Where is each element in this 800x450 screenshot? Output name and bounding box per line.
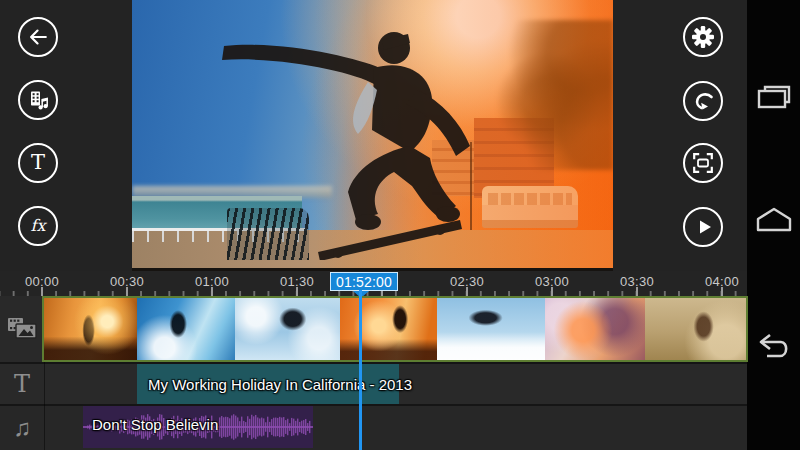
- video-thumbnail-bmx-jump: [235, 298, 340, 360]
- play-icon: [692, 216, 714, 238]
- ruler-label: 01:00: [195, 274, 229, 289]
- timeline-ruler[interactable]: 00:0000:3001:0001:3002:3003:0003:3004:00…: [0, 271, 747, 296]
- fit-screen-button[interactable]: [683, 143, 723, 183]
- nav-back-button[interactable]: [747, 326, 800, 370]
- fx-icon: fx: [31, 218, 46, 234]
- film-photo-icon: [7, 316, 37, 343]
- text-track-icon: T: [14, 370, 30, 398]
- home-icon: [754, 205, 794, 236]
- app-window: T fx: [0, 0, 800, 450]
- text-tool-icon: T: [31, 152, 45, 173]
- video-preview[interactable]: [132, 0, 613, 271]
- android-navigation-bar: [747, 0, 800, 450]
- audio-clip[interactable]: Don't Stop Believin: [83, 406, 313, 448]
- ruler-label: 04:00: [705, 274, 739, 289]
- recent-apps-button[interactable]: [747, 76, 800, 120]
- audio-track-header[interactable]: ♫: [0, 406, 44, 450]
- ruler-label: 03:30: [620, 274, 654, 289]
- ruler-label: 02:30: [450, 274, 484, 289]
- video-thumbnail-surfing-wave: [137, 298, 235, 360]
- video-thumbnail-girl-bicycle: [645, 298, 746, 360]
- title-track-header[interactable]: T: [0, 364, 44, 404]
- video-thumbnail-bokeh-blur: [545, 298, 645, 360]
- video-track-header[interactable]: [0, 296, 44, 362]
- ruler-label: 00:00: [25, 274, 59, 289]
- home-button[interactable]: [747, 198, 800, 242]
- video-thumbnail-sunset-fishing: [44, 298, 137, 360]
- undo-button[interactable]: [683, 81, 723, 121]
- playhead-line[interactable]: [359, 290, 362, 450]
- back-return-icon: [755, 332, 793, 365]
- audio-clip-label: Don't Stop Believin: [92, 416, 218, 433]
- music-note-icon: ♫: [13, 414, 31, 442]
- playhead-time-badge[interactable]: 01:52:00: [330, 272, 398, 291]
- text-tool-button[interactable]: T: [18, 143, 58, 183]
- ruler-label: 00:30: [110, 274, 144, 289]
- gear-icon: [691, 25, 715, 49]
- effects-button[interactable]: fx: [18, 206, 58, 246]
- skateboarder-silhouette: [222, 10, 522, 260]
- recent-apps-icon: [755, 82, 793, 115]
- arrow-left-icon: [27, 26, 49, 48]
- play-button[interactable]: [683, 207, 723, 247]
- settings-button[interactable]: [683, 17, 723, 57]
- ruler-label: 01:30: [280, 274, 314, 289]
- fit-screen-icon: [691, 151, 715, 175]
- video-thumbnail-skydiving: [437, 298, 545, 360]
- video-thumbnail-skateboard-sunset: [340, 298, 437, 360]
- undo-arrow-icon: [691, 89, 715, 113]
- timeline-panel: 00:0000:3001:0001:3002:3003:0003:3004:00…: [0, 271, 747, 450]
- filmstrip-note-icon: [27, 89, 49, 111]
- back-button[interactable]: [18, 17, 58, 57]
- ruler-label: 03:00: [535, 274, 569, 289]
- media-library-button[interactable]: [18, 80, 58, 120]
- title-clip-label: My Working Holiday In California - 2013: [148, 376, 412, 393]
- video-clip[interactable]: [42, 296, 748, 362]
